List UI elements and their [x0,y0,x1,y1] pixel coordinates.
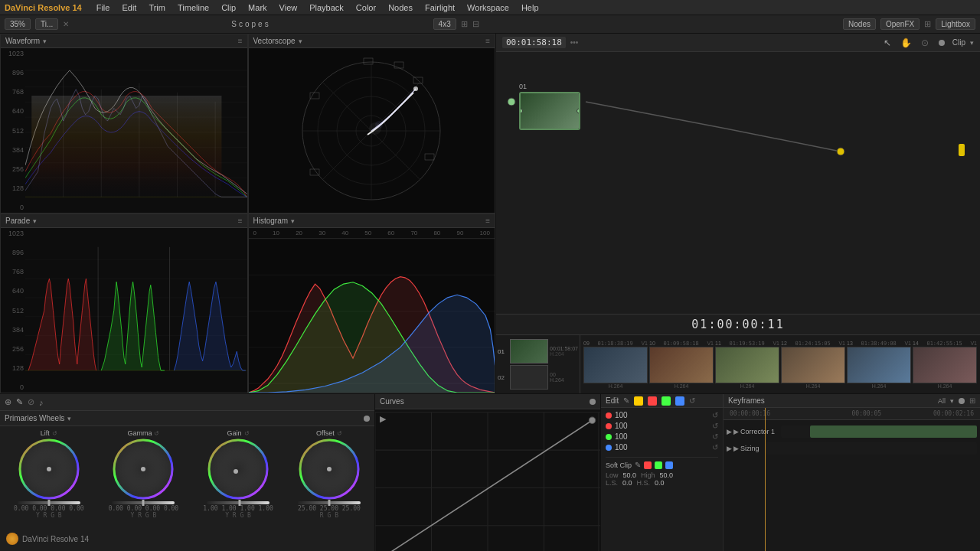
clip-02-item[interactable]: 02 00 H.264 [498,365,578,390]
offset-slider-handle[interactable] [328,500,330,506]
sc-ls-value[interactable]: 0.0 [622,479,632,487]
timeline-clip-09[interactable]: 09 01:18:38:19 V1 H.264 [583,341,648,389]
kf-expand-sizing[interactable]: ▶ [727,445,732,452]
curves-panel: Curves ▶ [375,394,601,551]
sc-g-btn[interactable] [655,461,662,469]
timeline-clip-13[interactable]: 13 01:38:49:08 V1 H.264 [847,341,911,389]
menu-clip[interactable]: Clip [219,3,238,12]
menu-edit[interactable]: Edit [119,3,139,12]
edit-g-btn[interactable] [662,396,671,406]
offset-wheel-circle[interactable] [298,438,361,500]
openfx-btn[interactable]: OpenFX [880,18,920,30]
offset-reset[interactable]: ↺ [337,430,342,437]
pen-icon[interactable]: ✎ [16,397,23,407]
kf-folder-sizing[interactable]: ▶ [733,445,739,452]
cursor-tool[interactable]: ↖ [881,37,893,48]
lift-wheel-circle[interactable] [18,438,80,500]
channel-r2-value[interactable]: 100 [615,422,709,430]
sc-b-btn[interactable] [665,461,673,469]
gamma-wheel-circle[interactable] [112,438,175,500]
kf-expand-icon[interactable]: ⊞ [969,396,975,405]
channel-r1-value[interactable]: 100 [615,411,709,419]
menu-color[interactable]: Color [354,3,378,12]
parade-chevron[interactable]: ▾ [33,217,37,225]
format-btn[interactable]: 4x3 [433,18,456,30]
sc-hs-value[interactable]: 0.0 [655,479,665,487]
channel-b-value[interactable]: 100 [615,443,709,452]
menu-help[interactable]: Help [519,3,541,12]
primaries-chevron[interactable]: ▾ [67,415,71,422]
lift-slider-handle[interactable] [47,500,50,506]
parade-settings-icon[interactable]: ≡ [238,217,243,225]
curves-play-btn[interactable]: ▶ [380,414,386,424]
kf-expand-corrector[interactable]: ▶ [727,428,732,435]
edit-reset-btn[interactable]: ↺ [689,396,695,405]
node-header-dots[interactable]: ••• [570,38,579,47]
menu-playback[interactable]: Playback [307,3,346,12]
vectorscope-icons: ≡ [485,37,490,45]
lightbox-btn[interactable]: Lightbox [936,18,975,30]
gain-reset[interactable]: ↺ [244,430,250,437]
soft-clip-pencil[interactable]: ✎ [635,461,641,469]
menu-nodes[interactable]: Nodes [386,3,415,12]
waveform-chevron[interactable]: ▾ [43,37,47,45]
gamma-reset[interactable]: ↺ [154,430,159,437]
gain-slider[interactable] [207,501,270,504]
timeline-clip-11[interactable]: 11 01:19:53:19 V1 H.264 [715,341,779,389]
channel-r1-reset[interactable]: ↺ [712,411,718,419]
node-clip-chevron[interactable]: ▾ [970,39,974,47]
edit-r-btn[interactable] [648,396,657,406]
sc-low-value[interactable]: 50.0 [623,471,637,479]
lift-slider[interactable] [18,501,80,504]
edit-y-btn[interactable] [634,396,643,406]
lift-reset[interactable]: ↺ [52,430,57,437]
histogram-icons: ≡ [485,217,490,225]
channel-g-value[interactable]: 100 [615,432,709,441]
zoom-level[interactable]: 35% [5,18,31,30]
speaker-icon[interactable]: ♪ [39,398,44,407]
histogram-settings-icon[interactable]: ≡ [485,217,490,225]
gain-wheel-circle[interactable] [207,438,270,500]
menu-timeline[interactable]: Timeline [175,3,211,12]
sizing-track[interactable] [766,442,977,455]
crop-tool[interactable]: ⊙ [919,37,931,48]
menu-fairlight[interactable]: Fairlight [423,3,457,12]
nodes-btn[interactable]: Nodes [843,18,876,30]
offset-slider[interactable] [298,501,361,504]
tools-icon[interactable]: ⊘ [28,397,34,407]
edit-pencil-icon[interactable]: ✎ [623,396,629,405]
sc-r-btn[interactable] [644,461,652,469]
waveform-settings-icon[interactable]: ≡ [238,37,243,45]
histogram-chevron[interactable]: ▾ [291,217,295,225]
menu-workspace[interactable]: Workspace [465,3,511,12]
gamma-slider[interactable] [112,501,175,504]
channel-b-reset[interactable]: ↺ [712,443,718,452]
node-01[interactable]: 01 [519,83,580,130]
channel-g-reset[interactable]: ↺ [712,432,718,441]
menu-file[interactable]: File [94,3,113,12]
timeline-clip-10[interactable]: 10 01:09:58:18 V1 H.264 [649,341,714,389]
menu-trim[interactable]: Trim [146,3,168,12]
edit-b-btn[interactable] [675,396,684,406]
vectorscope-svg [295,54,448,207]
vectorscope-chevron[interactable]: ▾ [299,37,302,45]
gain-slider-handle[interactable] [238,500,240,506]
timeline-clip-12[interactable]: 12 01:24:15:05 V1 H.264 [781,341,845,389]
hand-tool[interactable]: ✋ [898,37,914,48]
vectorscope-settings-icon[interactable]: ≡ [485,37,490,45]
corrector-track[interactable] [781,425,977,438]
sc-high-value[interactable]: 50.0 [660,471,674,479]
kf-all-chevron[interactable]: ▾ [950,397,954,405]
timeline-clip-14[interactable]: 14 01:42:55:15 V1 H.264 [913,341,977,389]
clip-01-item[interactable]: 01 00:01:58:07 H.264 [498,339,578,364]
menu-bar: DaVinci Resolve 14 File Edit Trim Timeli… [0,0,980,15]
menu-mark[interactable]: Mark [246,3,269,12]
eyedropper-icon[interactable]: ⊕ [5,397,11,407]
kf-folder-corrector[interactable]: ▶ [733,428,739,435]
menu-view[interactable]: View [277,3,300,12]
kf-corrector-row: ▶ ▶ Corrector 1 [724,423,980,440]
svg-line-46 [586,102,726,129]
channel-r2-reset[interactable]: ↺ [712,422,718,430]
gallery-btn[interactable]: Ti... [35,18,58,30]
gamma-slider-handle[interactable] [142,500,145,506]
